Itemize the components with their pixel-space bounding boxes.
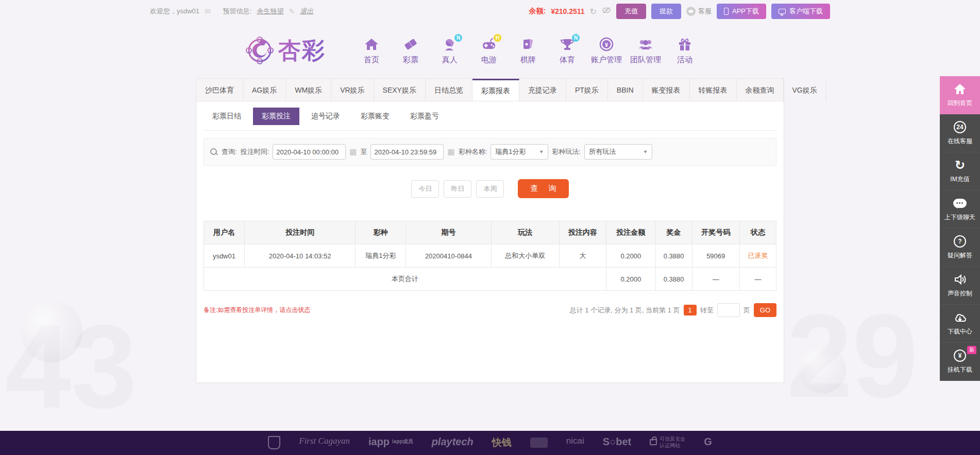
main-content: 沙巴体育 AG娱乐 WM娱乐 VR娱乐 SEXY娱乐 日结总览 彩票报表 充提记…	[196, 78, 784, 383]
mail-icon[interactable]: ✉	[205, 7, 211, 15]
sidebar-item-chat[interactable]: ••• 上下级聊天	[940, 190, 980, 229]
status-link[interactable]: 已派奖	[748, 252, 768, 259]
yesterday-button[interactable]: 昨日	[444, 180, 471, 198]
sidebar-item-online-service[interactable]: 24 在线客服	[940, 114, 980, 152]
subtab-lottery-bets[interactable]: 彩票投注	[253, 108, 299, 125]
subtab-chase-records[interactable]: 追号记录	[302, 108, 349, 125]
nav-label: 彩票	[403, 55, 418, 65]
search-button[interactable]: 查 询	[518, 179, 568, 198]
nav-item-live[interactable]: N 真人	[434, 36, 466, 65]
bets-table: 用户名 投注时间 彩种 期号 玩法 投注内容 投注金额 奖金 开奖号码 状态 y…	[204, 221, 776, 291]
customer-service-link[interactable]: 客服	[686, 7, 712, 16]
nav-item-cards[interactable]: 棋牌	[512, 36, 544, 65]
sidebar-item-afk-download[interactable]: 新 ¥ 挂机下载	[940, 343, 980, 381]
hide-balance-icon[interactable]	[602, 7, 611, 16]
nav-item-team[interactable]: 团队管理	[630, 36, 662, 65]
nav-label: 真人	[442, 55, 458, 65]
crest-logo	[268, 436, 280, 449]
cloud-download-icon	[953, 311, 967, 324]
home-icon	[954, 82, 966, 96]
nav-item-egames[interactable]: H 电游	[473, 36, 505, 65]
play-type-select[interactable]: 所有玩法 ▼	[584, 144, 652, 160]
right-sidebar: 回到首页 24 在线客服 ↻ IM充值 ••• 上下级聊天 ? 疑问解答 声音控…	[940, 76, 980, 381]
nav-item-promotions[interactable]: 活动	[669, 36, 701, 65]
sidebar-item-sound[interactable]: 声音控制	[940, 267, 980, 305]
new-badge: 新	[967, 346, 976, 354]
tab-vg[interactable]: VG娱乐	[784, 79, 826, 101]
tab-shaba-sports[interactable]: 沙巴体育	[196, 79, 243, 101]
nav-item-lottery[interactable]: 彩票	[395, 36, 427, 65]
home-icon	[363, 36, 380, 52]
tab-pt[interactable]: PT娱乐	[566, 79, 608, 101]
tab-daily-summary[interactable]: 日结总览	[426, 79, 472, 101]
calendar-icon[interactable]: ▦	[349, 147, 357, 156]
nav-item-account[interactable]: ¥ 账户管理	[590, 36, 622, 65]
subtab-lottery-account-change[interactable]: 彩票账变	[352, 108, 398, 125]
edit-icon[interactable]: ✎	[289, 7, 295, 15]
main-nav: 首页 彩票 N 真人 H 电游	[356, 36, 701, 65]
time-to-input[interactable]	[370, 144, 444, 160]
col-bet-content: 投注内容	[559, 221, 606, 244]
client-download-label: 客户端下载	[789, 7, 823, 16]
nav-item-home[interactable]: 首页	[356, 36, 387, 65]
play-type-select-value: 所有玩法	[589, 147, 616, 156]
sidebar-item-faq[interactable]: ? 疑问解答	[940, 229, 980, 267]
sidebar-item-im-recharge[interactable]: ↻ IM充值	[940, 152, 980, 190]
tab-sexy[interactable]: SEXY娱乐	[374, 79, 426, 101]
total-label: 本页合计	[204, 268, 606, 291]
sidebar-item-back-home[interactable]: 回到首页	[940, 76, 980, 114]
this-week-button[interactable]: 本周	[476, 180, 504, 198]
cell-username: ysdw01	[204, 244, 245, 268]
cards-icon	[520, 36, 536, 52]
cell-issue: 20200410-0844	[406, 244, 492, 268]
sidebar-item-label: 挂机下载	[948, 365, 972, 374]
nav-item-sports[interactable]: N 体育	[551, 36, 583, 65]
pagination-summary: 总计 1 个记录, 分为 1 页, 当前第 1 页	[570, 306, 680, 315]
col-play: 玩法	[491, 221, 559, 244]
tab-lottery-report[interactable]: 彩票报表	[472, 79, 519, 101]
logout-link[interactable]: 退出	[300, 7, 313, 16]
refresh-balance-icon[interactable]: ↻	[590, 7, 597, 16]
client-download-button[interactable]: 客户端下载	[771, 4, 830, 19]
tab-transfer-report[interactable]: 转账报表	[690, 79, 737, 101]
lottery-select[interactable]: 瑞典1分彩 ▼	[491, 144, 548, 160]
page-1-button[interactable]: 1	[684, 305, 697, 316]
tab-deposit-withdraw-records[interactable]: 充提记录	[519, 79, 566, 101]
nav-label: 账户管理	[591, 55, 622, 65]
goto-page-input[interactable]	[717, 303, 740, 317]
time-from-input[interactable]	[273, 144, 346, 160]
subtab-lottery-daily[interactable]: 彩票日结	[204, 108, 250, 125]
col-draw-number: 开奖号码	[692, 221, 739, 244]
sidebar-item-label: 在线客服	[948, 137, 972, 146]
sidebar-item-label: 声音控制	[948, 289, 972, 298]
today-button[interactable]: 今日	[411, 180, 439, 198]
table-total-row: 本页合计 0.2000 0.3880 — —	[204, 268, 776, 291]
query-bar: 查询: 投注时间: ▦ 至 ▦ 彩种名称: 瑞典1分彩 ▼ 彩种玩法: 所有玩法…	[204, 138, 776, 166]
deposit-button[interactable]: 充值	[616, 4, 646, 19]
tab-wm[interactable]: WM娱乐	[286, 79, 331, 101]
live-dealer-icon: N	[442, 36, 458, 52]
reserved-value[interactable]: 余生独望	[257, 7, 283, 16]
cell-draw-number: 59069	[692, 244, 739, 268]
total-status: —	[739, 268, 776, 291]
tab-ag[interactable]: AG娱乐	[243, 79, 286, 101]
tab-account-change-report[interactable]: 账变报表	[643, 79, 690, 101]
total-draw-number: —	[692, 268, 739, 291]
col-issue: 期号	[406, 221, 492, 244]
sidebar-item-download-center[interactable]: 下载中心	[940, 305, 980, 343]
withdraw-button[interactable]: 提款	[651, 4, 681, 19]
partner-logo-sbet: S○bet	[603, 436, 631, 455]
tab-balance-query[interactable]: 余额查询	[737, 79, 784, 101]
goto-label: 转至	[700, 306, 714, 315]
tab-bbin[interactable]: BBIN	[608, 79, 643, 101]
search-icon	[210, 148, 218, 156]
subtab-lottery-profit-loss[interactable]: 彩票盈亏	[401, 108, 448, 125]
go-button[interactable]: GO	[754, 303, 776, 317]
calendar-icon[interactable]: ▦	[447, 147, 454, 156]
gift-icon	[677, 36, 693, 52]
tab-vr[interactable]: VR娱乐	[331, 79, 374, 101]
site-logo[interactable]: 杏彩	[245, 36, 326, 66]
secure-line1: 可信及安全	[660, 436, 685, 442]
app-download-button[interactable]: APP下载	[717, 4, 766, 19]
chat-bubble-icon: •••	[953, 197, 967, 210]
